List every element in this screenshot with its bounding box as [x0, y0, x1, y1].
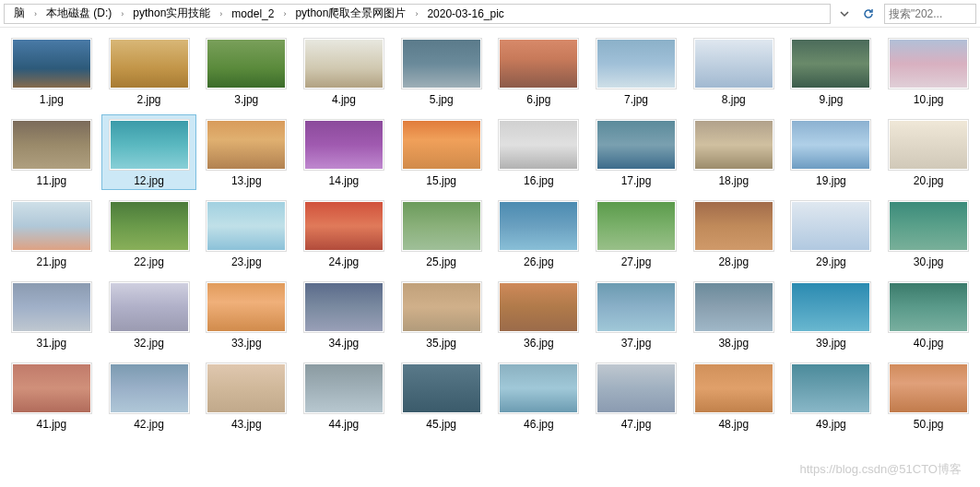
- file-item[interactable]: 26.jpg: [490, 196, 586, 271]
- file-name: 33.jpg: [231, 337, 262, 350]
- file-item[interactable]: 22.jpg: [101, 196, 197, 271]
- file-item[interactable]: 50.jpg: [880, 358, 976, 434]
- file-name: 18.jpg: [718, 174, 749, 187]
- file-item[interactable]: 14.jpg: [296, 114, 392, 190]
- file-item[interactable]: 12.jpg: [101, 114, 197, 190]
- file-thumbnail: [790, 200, 871, 252]
- file-item[interactable]: 3.jpg: [198, 33, 294, 109]
- file-item[interactable]: 44.jpg: [296, 358, 392, 434]
- file-item[interactable]: 35.jpg: [394, 277, 490, 352]
- file-name: 7.jpg: [624, 93, 648, 106]
- file-item[interactable]: 33.jpg: [198, 277, 294, 352]
- file-name: 13.jpg: [231, 174, 262, 187]
- file-item[interactable]: 15.jpg: [394, 114, 490, 190]
- file-item[interactable]: 9.jpg: [784, 33, 880, 109]
- file-item[interactable]: 21.jpg: [4, 196, 100, 271]
- file-item[interactable]: 18.jpg: [686, 114, 782, 190]
- file-item[interactable]: 34.jpg: [296, 277, 392, 352]
- file-thumbnail: [693, 281, 774, 333]
- file-item[interactable]: 32.jpg: [101, 277, 197, 352]
- file-item[interactable]: 48.jpg: [686, 358, 782, 434]
- file-item[interactable]: 47.jpg: [588, 358, 684, 434]
- file-thumbnail: [303, 281, 384, 333]
- file-name: 45.jpg: [426, 418, 456, 431]
- file-item[interactable]: 24.jpg: [296, 196, 392, 271]
- file-thumbnail: [11, 38, 92, 89]
- file-item[interactable]: 36.jpg: [490, 277, 586, 352]
- breadcrumb-item[interactable]: model_2: [228, 7, 277, 20]
- file-name: 11.jpg: [36, 174, 66, 187]
- file-item[interactable]: 17.jpg: [588, 114, 684, 190]
- file-item[interactable]: 46.jpg: [490, 358, 586, 434]
- file-name: 46.jpg: [524, 418, 554, 431]
- file-name: 10.jpg: [914, 93, 944, 106]
- file-thumbnail: [11, 200, 92, 252]
- breadcrumb-item[interactable]: 本地磁盘 (D:): [42, 6, 115, 21]
- file-name: 24.jpg: [329, 255, 360, 268]
- file-item[interactable]: 25.jpg: [394, 196, 490, 271]
- breadcrumb-item[interactable]: 脑: [10, 6, 29, 21]
- file-name: 37.jpg: [621, 337, 652, 350]
- file-name: 44.jpg: [329, 418, 360, 431]
- file-item[interactable]: 13.jpg: [198, 114, 294, 190]
- file-item[interactable]: 8.jpg: [686, 33, 782, 109]
- file-item[interactable]: 37.jpg: [588, 277, 684, 352]
- chevron-right-icon: ›: [413, 9, 419, 18]
- file-item[interactable]: 30.jpg: [880, 196, 976, 271]
- file-item[interactable]: 19.jpg: [784, 114, 880, 190]
- file-item[interactable]: 42.jpg: [101, 358, 197, 434]
- file-item[interactable]: 41.jpg: [4, 358, 100, 434]
- file-item[interactable]: 28.jpg: [686, 196, 782, 271]
- breadcrumb-item[interactable]: python实用技能: [129, 6, 214, 21]
- file-item[interactable]: 1.jpg: [4, 33, 100, 109]
- file-name: 50.jpg: [914, 418, 944, 431]
- file-item[interactable]: 7.jpg: [588, 33, 684, 109]
- file-item[interactable]: 39.jpg: [784, 277, 880, 352]
- file-thumbnail: [206, 362, 287, 414]
- file-thumbnail: [401, 362, 482, 414]
- file-item[interactable]: 49.jpg: [784, 358, 880, 434]
- file-item[interactable]: 29.jpg: [784, 196, 880, 271]
- search-input[interactable]: [889, 7, 972, 20]
- file-name: 15.jpg: [426, 174, 456, 187]
- file-item[interactable]: 45.jpg: [394, 358, 490, 434]
- address-toolbar: 脑›本地磁盘 (D:)›python实用技能›model_2›python爬取全…: [0, 0, 980, 28]
- file-thumbnail: [693, 362, 774, 414]
- file-item[interactable]: 40.jpg: [880, 277, 976, 352]
- breadcrumb-actions: [834, 4, 879, 24]
- breadcrumb-item[interactable]: 2020-03-16_pic: [423, 7, 507, 20]
- search-box[interactable]: [884, 4, 976, 24]
- file-item[interactable]: 11.jpg: [4, 114, 100, 190]
- file-item[interactable]: 5.jpg: [394, 33, 490, 109]
- file-name: 41.jpg: [36, 418, 66, 431]
- file-name: 38.jpg: [718, 337, 749, 350]
- file-item[interactable]: 16.jpg: [490, 114, 586, 190]
- file-thumbnail: [401, 200, 482, 252]
- file-item[interactable]: 6.jpg: [490, 33, 586, 109]
- file-item[interactable]: 27.jpg: [588, 196, 684, 271]
- file-item[interactable]: 4.jpg: [296, 33, 392, 109]
- file-name: 14.jpg: [329, 174, 360, 187]
- file-item[interactable]: 10.jpg: [880, 33, 976, 109]
- file-thumbnail: [11, 281, 92, 333]
- file-thumbnail: [498, 281, 579, 333]
- breadcrumb-item[interactable]: python爬取全景网图片: [291, 6, 409, 21]
- chevron-right-icon: ›: [281, 9, 288, 18]
- refresh-button[interactable]: [858, 4, 879, 24]
- file-item[interactable]: 38.jpg: [686, 277, 782, 352]
- breadcrumb[interactable]: 脑›本地磁盘 (D:)›python实用技能›model_2›python爬取全…: [4, 4, 831, 24]
- file-item[interactable]: 2.jpg: [101, 33, 197, 109]
- file-name: 1.jpg: [40, 93, 64, 106]
- file-name: 36.jpg: [524, 337, 554, 350]
- file-thumbnail: [303, 38, 384, 89]
- file-item[interactable]: 43.jpg: [198, 358, 294, 434]
- file-item[interactable]: 23.jpg: [198, 196, 294, 271]
- file-thumbnail: [790, 362, 871, 414]
- file-name: 9.jpg: [819, 93, 843, 106]
- history-dropdown-button[interactable]: [834, 4, 855, 24]
- file-thumbnail: [401, 38, 482, 89]
- file-name: 32.jpg: [134, 337, 164, 350]
- file-item[interactable]: 31.jpg: [4, 277, 100, 352]
- file-item[interactable]: 20.jpg: [880, 114, 976, 190]
- file-name: 12.jpg: [134, 174, 164, 187]
